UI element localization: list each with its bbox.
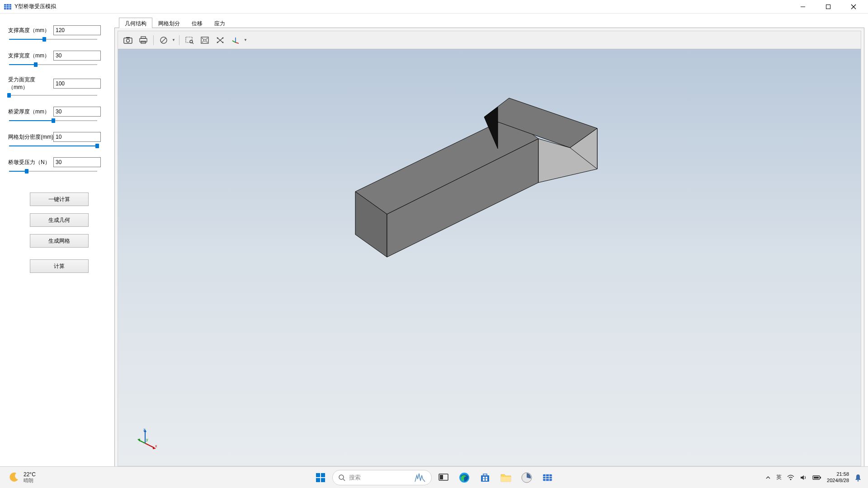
window-title: Y型桥墩受压模拟 <box>14 3 56 10</box>
svg-rect-53 <box>483 474 487 476</box>
app-icon <box>4 3 12 11</box>
svg-line-26 <box>236 42 239 43</box>
svg-rect-46 <box>321 478 325 482</box>
dropdown-arrow-icon[interactable]: ▼ <box>244 38 247 42</box>
tab-stress[interactable]: 应力 <box>208 18 231 28</box>
svg-rect-6 <box>826 5 830 9</box>
svg-line-16 <box>161 38 166 42</box>
search-placeholder: 搜索 <box>349 474 410 482</box>
param-input-mesh-density[interactable] <box>53 132 101 142</box>
svg-line-19 <box>192 42 193 44</box>
param-input-support-height[interactable] <box>53 25 101 35</box>
svg-rect-67 <box>820 477 821 479</box>
fit-view-icon[interactable] <box>198 34 211 47</box>
param-slider-support-width[interactable] <box>9 61 97 68</box>
geometry-model <box>317 90 611 298</box>
param-slider-pier-pressure[interactable] <box>9 168 97 174</box>
tab-displacement[interactable]: 位移 <box>186 18 208 28</box>
date-text: 2024/8/28 <box>827 478 849 483</box>
screenshot-icon[interactable] <box>122 34 134 47</box>
search-box[interactable]: 搜索 <box>332 470 432 485</box>
weather-temp: 22°C <box>24 471 36 478</box>
zoom-select-icon[interactable] <box>183 34 196 47</box>
time-text: 21:58 <box>836 471 849 477</box>
param-input-beam-thickness[interactable] <box>53 107 101 117</box>
svg-rect-45 <box>316 478 320 482</box>
param-input-support-width[interactable] <box>53 51 101 61</box>
notifications-icon[interactable] <box>854 474 862 482</box>
start-button[interactable] <box>311 469 330 487</box>
param-slider-beam-thickness[interactable] <box>9 117 97 124</box>
weather-widget[interactable]: 22°C 晴朗 <box>0 471 36 484</box>
content-panel: 几何结构 网格划分 位移 应力 ▼ <box>114 17 864 469</box>
tabs-bar: 几何结构 网格划分 位移 应力 <box>114 17 864 28</box>
app-task-icon-1[interactable] <box>518 469 536 487</box>
param-input-force-surface-width[interactable] <box>53 79 101 89</box>
minimize-button[interactable] <box>796 1 810 12</box>
svg-rect-52 <box>481 475 489 482</box>
viewer-toolbar: ▼ ▼ <box>118 31 861 49</box>
file-explorer-icon[interactable] <box>497 469 515 487</box>
microsoft-store-icon[interactable] <box>476 469 494 487</box>
svg-marker-38 <box>137 439 140 441</box>
generate-mesh-button[interactable]: 生成网格 <box>30 234 89 248</box>
param-label-support-width: 支撑宽度（mm） <box>8 52 53 60</box>
svg-rect-56 <box>483 479 485 481</box>
param-label-beam-thickness: 桥梁厚度（mm） <box>8 108 53 116</box>
cross-arrows-icon[interactable] <box>214 34 226 47</box>
tab-geometry[interactable]: 几何结构 <box>119 18 152 28</box>
wifi-icon[interactable] <box>787 474 794 481</box>
edge-browser-icon[interactable] <box>455 469 473 487</box>
svg-rect-50 <box>440 475 443 479</box>
clock[interactable]: 21:58 2024/8/28 <box>827 471 849 483</box>
svg-rect-57 <box>486 479 487 481</box>
svg-line-25 <box>232 41 236 42</box>
axis-orientation-icon[interactable] <box>229 34 242 47</box>
maximize-button[interactable] <box>821 1 835 12</box>
param-label-force-surface-width: 受力面宽度（mm） <box>8 76 53 91</box>
svg-rect-0 <box>4 4 11 9</box>
3d-viewport[interactable]: z y x <box>118 49 861 466</box>
param-label-support-height: 支撑高度（mm） <box>8 27 53 34</box>
svg-text:x: x <box>155 444 157 448</box>
dropdown-arrow-icon[interactable]: ▼ <box>172 38 175 42</box>
taskbar: 22°C 晴朗 搜索 <box>0 466 868 488</box>
tray-expand-icon[interactable] <box>765 475 771 480</box>
param-label-mesh-density: 网格划分密度(mm) <box>8 133 53 141</box>
svg-line-48 <box>343 479 345 481</box>
svg-rect-43 <box>316 473 320 477</box>
weather-moon-icon <box>8 471 20 483</box>
svg-rect-21 <box>203 39 206 41</box>
svg-point-65 <box>790 479 792 480</box>
compute-button[interactable]: 计算 <box>30 259 89 273</box>
svg-rect-11 <box>126 37 130 38</box>
battery-icon[interactable] <box>812 475 821 480</box>
axis-triad-icon: z y x <box>136 427 159 450</box>
svg-text:y: y <box>146 437 148 442</box>
search-icon <box>338 474 345 481</box>
ime-indicator[interactable]: 英 <box>776 474 782 481</box>
close-button[interactable] <box>846 1 861 12</box>
svg-point-10 <box>127 39 130 42</box>
search-decoration-icon <box>414 473 426 483</box>
print-icon[interactable] <box>137 34 150 47</box>
param-label-pier-pressure: 桥墩受压力（N） <box>8 159 53 166</box>
svg-rect-55 <box>486 477 487 479</box>
one-click-compute-button[interactable]: 一键计算 <box>30 192 89 206</box>
param-input-pier-pressure[interactable] <box>53 157 101 167</box>
generate-geometry-button[interactable]: 生成几何 <box>30 213 89 227</box>
param-slider-support-height[interactable] <box>9 36 97 42</box>
param-slider-force-surface-width[interactable] <box>9 92 97 99</box>
svg-rect-54 <box>483 477 485 479</box>
weather-condition: 晴朗 <box>24 478 36 483</box>
tab-mesh[interactable]: 网格划分 <box>152 18 186 28</box>
volume-icon[interactable] <box>800 474 807 481</box>
svg-text:z: z <box>143 427 146 432</box>
disable-icon[interactable] <box>157 34 170 47</box>
param-slider-mesh-density[interactable] <box>9 143 97 149</box>
svg-rect-60 <box>543 474 552 481</box>
app-task-icon-2[interactable] <box>538 469 557 487</box>
title-bar: Y型桥墩受压模拟 <box>0 0 868 14</box>
svg-rect-68 <box>814 477 819 479</box>
task-view-icon[interactable] <box>434 469 453 487</box>
